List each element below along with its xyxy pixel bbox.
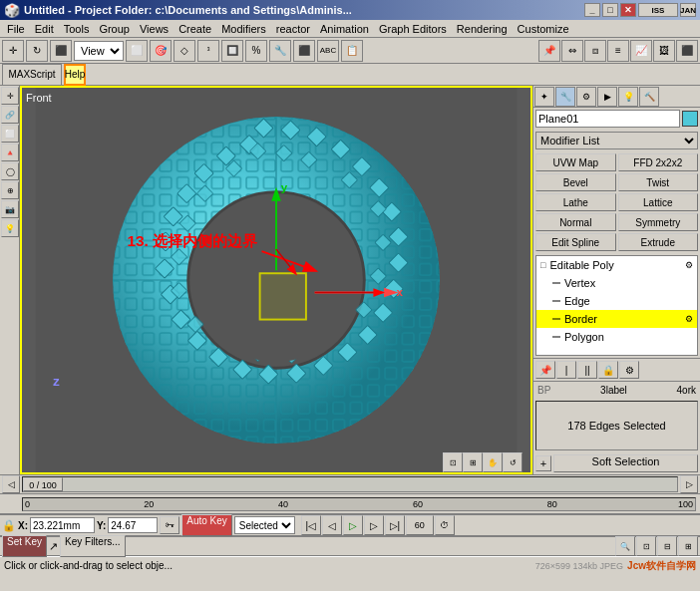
lt-btn8[interactable]: 💡 <box>1 219 19 237</box>
modifier-stack[interactable]: □ Editable Poly ⚙ Vertex Edge Border ⚙ P… <box>535 255 698 356</box>
edit-spline-btn[interactable]: Edit Spline <box>535 233 616 251</box>
set-key-btn[interactable]: Set Key <box>2 535 47 557</box>
soft-selection-btn[interactable]: Soft Selection <box>553 454 698 472</box>
menu-tools[interactable]: Tools <box>59 22 95 36</box>
modify-icon[interactable]: 🔧 <box>555 87 575 107</box>
menu-reactor[interactable]: reactor <box>271 22 315 36</box>
close-button[interactable]: ✕ <box>620 3 636 17</box>
tb-btn10[interactable]: 📋 <box>341 40 363 62</box>
arc-rotate-btn[interactable]: ↺ <box>503 452 523 472</box>
menu-modifiers[interactable]: Modifiers <box>216 22 271 36</box>
uvw-map-btn[interactable]: UVW Map <box>535 153 616 171</box>
make-unique-btn[interactable]: || <box>577 361 597 379</box>
timeline-right-arrow[interactable]: ▷ <box>680 475 698 493</box>
timeline-slider[interactable]: 0 / 100 <box>22 476 678 492</box>
menu-animation[interactable]: Animation <box>315 22 374 36</box>
lt-btn6[interactable]: ⊕ <box>1 181 19 199</box>
y-input[interactable] <box>108 517 158 533</box>
vp-all-btn[interactable]: ⊡ <box>636 536 656 556</box>
lattice-btn[interactable]: Lattice <box>618 193 699 211</box>
view-select[interactable]: View <box>74 41 124 61</box>
goto-start-btn[interactable]: |◁ <box>301 515 321 535</box>
timeline-thumb[interactable]: 0 / 100 <box>23 477 63 491</box>
viewport[interactable]: Front <box>20 86 532 474</box>
lt-btn5[interactable]: ◯ <box>1 162 19 180</box>
extra-btn2[interactable]: JAN <box>680 3 696 17</box>
show-result-btn[interactable]: | <box>556 361 576 379</box>
stack-border[interactable]: Border ⚙ <box>536 310 697 328</box>
undo-btn[interactable]: ⬛ <box>50 40 72 62</box>
lt-btn3[interactable]: ⬜ <box>1 125 19 143</box>
rotate-btn[interactable]: ↻ <box>26 40 48 62</box>
zoom-extents-btn[interactable]: ⊡ <box>443 452 463 472</box>
hierarchy-icon[interactable]: ⚙ <box>576 87 596 107</box>
vp-zoom-btn[interactable]: 🔍 <box>615 536 635 556</box>
object-name-input[interactable] <box>535 110 680 128</box>
menu-views[interactable]: Views <box>135 22 174 36</box>
stack-editable-poly[interactable]: □ Editable Poly ⚙ <box>536 256 697 274</box>
layer-btn[interactable]: ≡ <box>607 40 629 62</box>
maxscript-btn[interactable]: MAXScript <box>2 64 62 86</box>
tb-btn6[interactable]: % <box>245 40 267 62</box>
render2-btn[interactable]: ⬛ <box>676 40 698 62</box>
motion-icon[interactable]: ▶ <box>597 87 617 107</box>
menu-edit[interactable]: Edit <box>30 22 59 36</box>
pin-stack-btn[interactable]: 📌 <box>535 361 555 379</box>
modifier-list-select[interactable]: Modifier List <box>535 132 698 149</box>
display-icon[interactable]: 💡 <box>618 87 638 107</box>
lt-btn2[interactable]: 🔗 <box>1 106 19 124</box>
menu-grapheditors[interactable]: Graph Editors <box>374 22 452 36</box>
vp-max-btn[interactable]: ⊞ <box>678 536 698 556</box>
create-icon[interactable]: ✦ <box>534 87 554 107</box>
extra-btn1[interactable]: ISS <box>638 3 678 17</box>
object-color-swatch[interactable] <box>682 111 698 127</box>
minimize-button[interactable]: _ <box>584 3 600 17</box>
utilities-icon[interactable]: 🔨 <box>639 87 659 107</box>
tb-btn1[interactable]: ⬜ <box>126 40 148 62</box>
zoom-region-btn[interactable]: ⊞ <box>463 452 483 472</box>
align-btn[interactable]: ⧈ <box>584 40 606 62</box>
time-config-btn[interactable]: ⏱ <box>435 515 455 535</box>
twist-btn[interactable]: Twist <box>618 173 699 191</box>
menu-customize[interactable]: Customize <box>513 22 574 36</box>
maximize-button[interactable]: □ <box>602 3 618 17</box>
tb-btn9[interactable]: ABC <box>317 40 339 62</box>
prev-frame-btn[interactable]: ◁ <box>322 515 342 535</box>
help-btn[interactable]: Help <box>64 64 86 86</box>
tb-btn2[interactable]: 🎯 <box>150 40 172 62</box>
tb-btn7[interactable]: 🔧 <box>269 40 291 62</box>
tb-btn4[interactable]: ³ <box>197 40 219 62</box>
extrude-btn[interactable]: Extrude <box>618 233 699 251</box>
stack-vertex[interactable]: Vertex <box>536 274 697 292</box>
stack-edge[interactable]: Edge <box>536 292 697 310</box>
next-frame-btn[interactable]: ▷ <box>364 515 384 535</box>
soft-selection-expand-btn[interactable]: + <box>535 455 551 471</box>
play-btn[interactable]: ▷ <box>343 515 363 535</box>
bevel-btn[interactable]: Bevel <box>535 173 616 191</box>
select-tool-btn[interactable]: ✛ <box>2 40 24 62</box>
menu-create[interactable]: Create <box>174 22 216 36</box>
key-icon[interactable]: 🗝 <box>160 516 179 534</box>
lathe-btn[interactable]: Lathe <box>535 193 616 211</box>
curve-editor-btn[interactable]: 📈 <box>630 40 652 62</box>
lt-btn7[interactable]: 📷 <box>1 200 19 218</box>
key-filters-btn[interactable]: Key Filters... <box>60 535 126 557</box>
goto-end-btn[interactable]: ▷| <box>385 515 405 535</box>
tb-btn3[interactable]: ◇ <box>174 40 195 62</box>
menu-rendering[interactable]: Rendering <box>452 22 513 36</box>
menu-file[interactable]: File <box>2 22 30 36</box>
remove-modifier-btn[interactable]: 🔒 <box>598 361 618 379</box>
key-selector[interactable]: Selected <box>234 516 295 534</box>
stack-polygon[interactable]: Polygon <box>536 328 697 346</box>
timeline-left-arrow[interactable]: ◁ <box>2 475 20 493</box>
auto-key-btn[interactable]: Auto Key <box>181 514 232 536</box>
vp-min-btn[interactable]: ⊟ <box>657 536 677 556</box>
render-btn[interactable]: 🖼 <box>653 40 675 62</box>
menu-group[interactable]: Group <box>94 22 135 36</box>
lt-btn4[interactable]: 🔺 <box>1 144 19 161</box>
frame-input[interactable]: 60 <box>406 515 434 535</box>
x-input[interactable] <box>30 517 95 533</box>
pan-btn[interactable]: ✋ <box>483 452 503 472</box>
ffd-btn[interactable]: FFD 2x2x2 <box>618 153 699 171</box>
configure-btn[interactable]: ⚙ <box>619 361 639 379</box>
